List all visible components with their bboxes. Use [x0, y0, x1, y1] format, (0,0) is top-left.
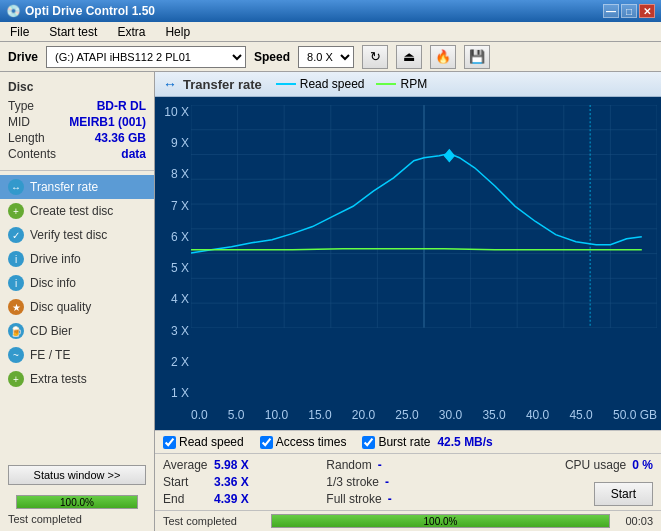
save-button[interactable]: 💾 — [464, 45, 490, 69]
start-button[interactable]: Start — [594, 482, 653, 506]
checkbox-access-times[interactable]: Access times — [260, 435, 347, 449]
disc-contents-label: Contents — [8, 147, 56, 161]
sidebar-status-text: Test completed — [0, 511, 154, 527]
app-title: Opti Drive Control 1.50 — [25, 4, 155, 18]
menu-file[interactable]: File — [4, 23, 35, 41]
transfer-rate-icon: ↔ — [8, 179, 24, 195]
disc-type-label: Type — [8, 99, 34, 113]
disc-type-row: Type BD-R DL — [8, 98, 146, 114]
nav-cd-bier[interactable]: 🍺 CD Bier — [0, 319, 154, 343]
status-window-button[interactable]: Status window >> — [8, 465, 146, 485]
app-icon: 💿 — [6, 4, 21, 18]
nav-transfer-rate[interactable]: ↔ Transfer rate — [0, 175, 154, 199]
x-label-45: 45.0 — [569, 408, 592, 422]
y-label-8: 8 X — [159, 167, 189, 181]
cpu-value: 0 % — [632, 458, 653, 472]
random-label: Random — [326, 458, 371, 472]
legend-read-speed-label: Read speed — [300, 77, 365, 91]
minimize-button[interactable]: — — [603, 4, 619, 18]
y-label-1: 1 X — [159, 386, 189, 400]
burst-rate-label: Burst rate — [378, 435, 430, 449]
stat-full-stroke: Full stroke - — [326, 492, 489, 506]
drive-select[interactable]: (G:) ATAPI iHBS112 2 PL01 — [46, 46, 246, 68]
y-label-9: 9 X — [159, 136, 189, 150]
speed-select[interactable]: 8.0 X — [298, 46, 354, 68]
access-times-checkbox[interactable] — [260, 436, 273, 449]
nav-verify-test-disc[interactable]: ✓ Verify test disc — [0, 223, 154, 247]
nav-disc-quality[interactable]: ★ Disc quality — [0, 295, 154, 319]
nav-cd-bier-label: CD Bier — [30, 324, 72, 338]
close-button[interactable]: ✕ — [639, 4, 655, 18]
disc-contents-row: Contents data — [8, 146, 146, 162]
end-label: End — [163, 492, 208, 506]
disc-section: Disc Type BD-R DL MID MEIRB1 (001) Lengt… — [0, 76, 154, 171]
disc-mid-value: MEIRB1 (001) — [69, 115, 146, 129]
transfer-title: Transfer rate — [183, 77, 262, 92]
chart-svg — [191, 105, 657, 328]
bottom-progress-text: 100.0% — [272, 515, 609, 527]
stats-row: Average 5.98 X Start 3.36 X End 4.39 X R… — [155, 454, 661, 510]
create-test-icon: + — [8, 203, 24, 219]
nav-create-test-disc[interactable]: + Create test disc — [0, 199, 154, 223]
stat-col-middle: Random - 1/3 stroke - Full stroke - — [326, 458, 489, 506]
extra-tests-icon: + — [8, 371, 24, 387]
disc-info-icon: i — [8, 275, 24, 291]
y-label-7: 7 X — [159, 199, 189, 213]
nav-extra-tests[interactable]: + Extra tests — [0, 367, 154, 391]
stat-col-right: CPU usage 0 % Start — [490, 458, 653, 506]
menu-extra[interactable]: Extra — [111, 23, 151, 41]
nav-disc-quality-label: Disc quality — [30, 300, 91, 314]
read-speed-checkbox[interactable] — [163, 436, 176, 449]
sidebar-progress-bar: 100.0% — [16, 495, 138, 509]
checkbox-read-speed[interactable]: Read speed — [163, 435, 244, 449]
verify-test-icon: ✓ — [8, 227, 24, 243]
disc-mid-row: MID MEIRB1 (001) — [8, 114, 146, 130]
legend-read-speed-color — [276, 83, 296, 85]
speed-label: Speed — [254, 50, 290, 64]
y-label-6: 6 X — [159, 230, 189, 244]
full-stroke-label: Full stroke — [326, 492, 381, 506]
stat-one-third: 1/3 stroke - — [326, 475, 489, 489]
drive-label: Drive — [8, 50, 38, 64]
main-content: Disc Type BD-R DL MID MEIRB1 (001) Lengt… — [0, 72, 661, 531]
x-label-10: 10.0 — [265, 408, 288, 422]
burst-rate-checkbox[interactable] — [362, 436, 375, 449]
drive-bar: Drive (G:) ATAPI iHBS112 2 PL01 Speed 8.… — [0, 42, 661, 72]
nav-drive-info[interactable]: i Drive info — [0, 247, 154, 271]
nav-disc-info[interactable]: i Disc info — [0, 271, 154, 295]
x-label-0: 0.0 — [191, 408, 208, 422]
nav-disc-info-label: Disc info — [30, 276, 76, 290]
fe-te-icon: ~ — [8, 347, 24, 363]
maximize-button[interactable]: □ — [621, 4, 637, 18]
bottom-time: 00:03 — [618, 515, 653, 527]
stat-random: Random - — [326, 458, 489, 472]
x-label-25: 25.0 — [395, 408, 418, 422]
disc-quality-icon: ★ — [8, 299, 24, 315]
menu-bar: File Start test Extra Help — [0, 22, 661, 42]
average-label: Average — [163, 458, 208, 472]
x-label-40: 40.0 — [526, 408, 549, 422]
nav-fe-te[interactable]: ~ FE / TE — [0, 343, 154, 367]
burst-rate-value: 42.5 MB/s — [437, 435, 492, 449]
stat-end: End 4.39 X — [163, 492, 326, 506]
sidebar: Disc Type BD-R DL MID MEIRB1 (001) Lengt… — [0, 72, 155, 531]
right-panel: ↔ Transfer rate Read speed RPM 10 X 9 X … — [155, 72, 661, 531]
disc-title: Disc — [8, 80, 146, 94]
start-value: 3.36 X — [214, 475, 249, 489]
cd-bier-icon: 🍺 — [8, 323, 24, 339]
full-stroke-value: - — [388, 492, 392, 506]
checkbox-burst-rate[interactable]: Burst rate 42.5 MB/s — [362, 435, 492, 449]
access-times-label: Access times — [276, 435, 347, 449]
nav-verify-test-label: Verify test disc — [30, 228, 107, 242]
bottom-status-bar: Test completed 100.0% 00:03 — [155, 510, 661, 531]
menu-start-test[interactable]: Start test — [43, 23, 103, 41]
y-label-4: 4 X — [159, 292, 189, 306]
x-label-20: 20.0 — [352, 408, 375, 422]
one-third-label: 1/3 stroke — [326, 475, 379, 489]
end-value: 4.39 X — [214, 492, 249, 506]
refresh-button[interactable]: ↻ — [362, 45, 388, 69]
burn-button[interactable]: 🔥 — [430, 45, 456, 69]
sidebar-progress-text: 100.0% — [17, 496, 137, 508]
menu-help[interactable]: Help — [159, 23, 196, 41]
eject-button[interactable]: ⏏ — [396, 45, 422, 69]
